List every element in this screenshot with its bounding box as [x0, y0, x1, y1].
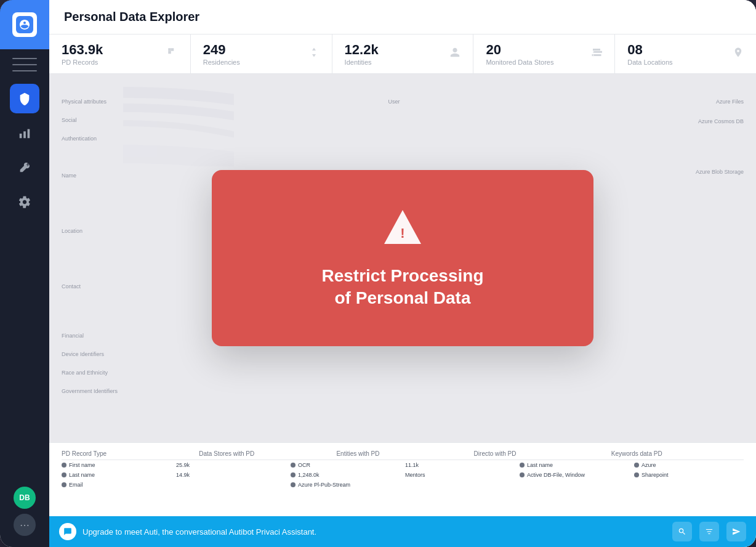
- sidebar-item-chart[interactable]: [10, 118, 39, 148]
- table-row-2: Last name 14.9k 1,248.0k Mentors Active …: [62, 470, 744, 480]
- chart-area: Physical attributes Social Authenticatio…: [49, 74, 756, 442]
- cell-db-win: Active DB-File, Window: [520, 472, 629, 478]
- svg-rect-2: [23, 131, 26, 138]
- stat-info-residencies: 249 Residencies: [203, 42, 240, 66]
- main-content: Personal Data Explorer 163.9k PD Records…: [49, 0, 756, 547]
- cell-azure: Azure: [634, 462, 744, 468]
- sidebar-item-shield[interactable]: [10, 84, 39, 113]
- sidebar-logo: [0, 0, 49, 49]
- restrict-processing-modal: ! Restrict Processing of Personal Data: [212, 170, 593, 347]
- cell-val-2: 14.9k: [176, 472, 286, 478]
- page-title: Personal Data Explorer: [64, 10, 199, 24]
- stat-value-residencies: 249: [203, 42, 240, 58]
- stat-label-monitored: Monitored Data Stores: [486, 59, 553, 66]
- sidebar: DB ⋯: [0, 0, 49, 547]
- stat-info-locations: 08 Data Locations: [627, 42, 672, 66]
- cell-lastnamec: Last name: [520, 462, 629, 468]
- avatar[interactable]: DB: [14, 487, 36, 509]
- svg-rect-4: [168, 48, 171, 51]
- locations-icon: [733, 47, 744, 61]
- table-row-1: First name 25.9k OCR 11.1k Last name Az: [62, 460, 744, 470]
- stat-info-monitored: 20 Monitored Data Stores: [486, 42, 553, 66]
- svg-rect-1: [20, 134, 22, 138]
- residencies-icon: [308, 47, 320, 61]
- cell-ocr: OCR: [291, 462, 400, 468]
- stat-label-residencies: Residencies: [203, 59, 240, 66]
- table-row-3: Email Azure Pl-Pub-Stream: [62, 480, 744, 490]
- cell-azure-stream: Azure Pl-Pub-Stream: [291, 482, 400, 488]
- table-header-row: PD Record Type Data Stores with PD Entit…: [62, 448, 744, 460]
- stat-info: 163.9k PD Records: [62, 42, 103, 66]
- stat-label-pd-records: PD Records: [62, 59, 103, 66]
- send-action-icon[interactable]: [726, 522, 746, 541]
- stat-value-identities: 12.2k: [345, 42, 379, 58]
- stat-card-locations: 08 Data Locations: [615, 34, 756, 73]
- warning-icon: !: [381, 207, 424, 250]
- filter-action-icon[interactable]: [699, 522, 719, 541]
- cell-lastname: Last name: [62, 472, 171, 478]
- pd-records-icon: [167, 47, 178, 61]
- menu-toggle[interactable]: [12, 55, 37, 74]
- stat-label-identities: Identities: [345, 59, 379, 66]
- bottom-bar-message: Upgrade to meet Auti, the conversational…: [82, 527, 666, 537]
- cell-bulk: 1,248.0k: [291, 472, 400, 478]
- stat-value-locations: 08: [627, 42, 672, 58]
- sidebar-item-gear[interactable]: [10, 187, 39, 217]
- svg-rect-5: [171, 48, 174, 51]
- stat-card-pd-records: 163.9k PD Records: [49, 34, 191, 73]
- cell-empty: [405, 482, 515, 488]
- header: Personal Data Explorer: [49, 0, 756, 34]
- cell-val-3: [176, 482, 286, 488]
- svg-rect-6: [168, 51, 171, 54]
- stat-label-locations: Data Locations: [627, 59, 672, 66]
- apps-icon[interactable]: ⋯: [14, 514, 36, 536]
- svg-rect-3: [28, 129, 30, 139]
- cell-email: Email: [62, 482, 171, 488]
- stat-info-identities: 12.2k Identities: [345, 42, 379, 66]
- col-directo: Directo with PD: [474, 450, 606, 457]
- sidebar-bottom: DB ⋯: [14, 487, 36, 541]
- sidebar-item-wrench[interactable]: [10, 153, 39, 182]
- search-action-icon[interactable]: [672, 522, 692, 541]
- logo-text: [12, 12, 37, 37]
- content-area: Physical attributes Social Authenticatio…: [49, 74, 756, 516]
- stats-bar: 163.9k PD Records 249 Residencies 12.2: [49, 34, 756, 74]
- col-data-stores: Data Stores with PD: [199, 450, 331, 457]
- cell-11k: 11.1k: [405, 462, 515, 468]
- col-keywords: Keywords data PD: [611, 450, 744, 457]
- bottom-bar-actions: [672, 522, 746, 541]
- modal-overlay: ! Restrict Processing of Personal Data: [49, 74, 756, 442]
- monitored-icon: [591, 47, 602, 61]
- stat-card-identities: 12.2k Identities: [332, 34, 474, 73]
- col-entities: Entities with PD: [336, 450, 468, 457]
- table-area: PD Record Type Data Stores with PD Entit…: [49, 442, 756, 516]
- sidebar-nav: [10, 84, 39, 487]
- cell-val-1: 25.9k: [176, 462, 286, 468]
- cell-sharepoint: Sharepoint: [634, 472, 744, 478]
- stat-card-monitored: 20 Monitored Data Stores: [473, 34, 615, 73]
- chat-icon: [59, 523, 76, 540]
- cell-mentors: Mentors: [405, 472, 515, 478]
- bottom-bar: Upgrade to meet Auti, the conversational…: [49, 516, 756, 547]
- svg-text:!: !: [400, 225, 404, 241]
- identities-icon: [449, 47, 460, 61]
- col-pd-record-type: PD Record Type: [62, 450, 194, 457]
- cell-empty3: [634, 482, 744, 488]
- cell-firstname: First name: [62, 462, 171, 468]
- stat-value-monitored: 20: [486, 42, 553, 58]
- stat-value-pd-records: 163.9k: [62, 42, 103, 58]
- cell-empty2: [520, 482, 629, 488]
- stat-card-residencies: 249 Residencies: [191, 34, 332, 73]
- modal-title: Restrict Processing of Personal Data: [322, 265, 484, 310]
